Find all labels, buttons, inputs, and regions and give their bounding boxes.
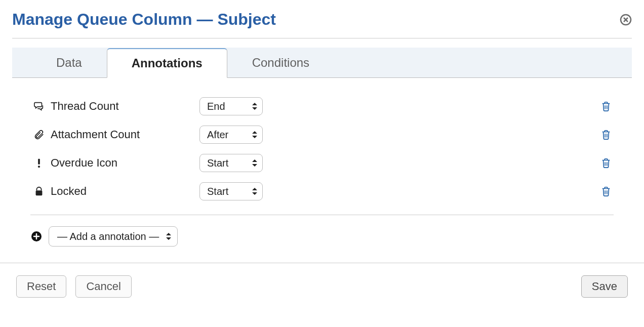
annotation-label: Overdue Icon	[48, 156, 199, 170]
position-select[interactable]: Start	[199, 154, 263, 172]
annotation-label: Thread Count	[48, 100, 199, 113]
tab-content: Thread Count End Attachment Count	[12, 78, 632, 263]
exclamation-icon	[30, 157, 48, 169]
dialog-header: Manage Queue Column — Subject	[12, 10, 632, 38]
add-annotation-row: — Add a annotation —	[30, 226, 614, 257]
tab-annotations[interactable]: Annotations	[107, 48, 227, 78]
annotation-label: Attachment Count	[48, 128, 199, 141]
lock-icon	[30, 186, 48, 197]
tabs: Data Annotations Conditions	[12, 48, 632, 78]
reset-button[interactable]: Reset	[16, 275, 66, 298]
tab-conditions[interactable]: Conditions	[227, 48, 334, 78]
position-select[interactable]: End	[199, 97, 263, 115]
svg-rect-3	[36, 190, 43, 195]
plus-circle-icon	[30, 230, 43, 242]
annotation-row: Overdue Icon Start	[30, 149, 614, 177]
position-select[interactable]: After	[199, 126, 263, 144]
annotation-row: Locked Start	[30, 177, 614, 206]
close-icon[interactable]	[620, 14, 632, 26]
annotation-row: Thread Count End	[30, 92, 614, 120]
divider	[30, 215, 614, 215]
position-select[interactable]: Start	[199, 182, 263, 200]
save-button[interactable]: Save	[581, 275, 628, 298]
trash-icon[interactable]	[598, 155, 614, 171]
annotation-row: Attachment Count After	[30, 120, 614, 149]
dialog-footer: Reset Cancel Save	[12, 263, 632, 302]
dialog: Manage Queue Column — Subject Data Annot…	[0, 0, 644, 312]
tab-data[interactable]: Data	[31, 48, 107, 78]
svg-point-2	[38, 166, 40, 168]
trash-icon[interactable]	[598, 183, 614, 199]
annotation-label: Locked	[48, 185, 199, 198]
cancel-button[interactable]: Cancel	[75, 275, 131, 298]
svg-rect-1	[38, 159, 40, 165]
dialog-title: Manage Queue Column — Subject	[12, 10, 276, 29]
add-annotation-select[interactable]: — Add a annotation —	[49, 226, 178, 247]
chat-icon	[30, 101, 48, 112]
trash-icon[interactable]	[598, 98, 614, 114]
trash-icon[interactable]	[598, 127, 614, 143]
paperclip-icon	[30, 129, 48, 140]
